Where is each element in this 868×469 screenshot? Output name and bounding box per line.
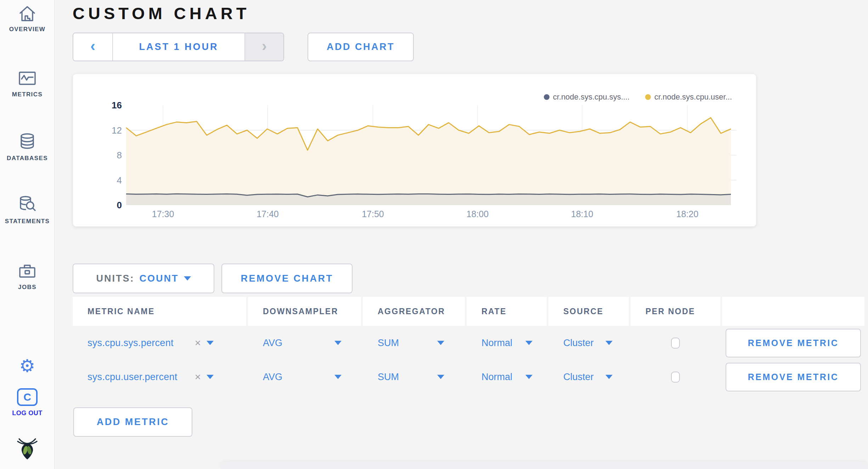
svg-text:17:30: 17:30 [152, 209, 174, 219]
downsampler-dropdown[interactable]: AVG [248, 360, 361, 394]
caret-down-icon [605, 375, 613, 379]
caret-down-icon [437, 375, 444, 379]
legend-dot-user-icon [645, 94, 651, 100]
caret-down-icon[interactable] [207, 375, 214, 379]
sidebar-label-statements: STATEMENTS [0, 218, 55, 225]
legend-dot-sys-icon [544, 94, 549, 100]
action-cell: REMOVE METRIC [722, 326, 864, 360]
svg-text:0: 0 [117, 200, 122, 210]
per-node-checkbox[interactable] [671, 338, 680, 349]
remove-metric-button[interactable]: REMOVE METRIC [726, 329, 861, 357]
metrics-graph-icon [17, 69, 37, 88]
source-value: Cluster [563, 338, 594, 349]
header-metric-name: METRIC NAME [73, 297, 246, 326]
header-downsampler: DOWNSAMPLER [248, 297, 361, 326]
metric-row-user: sys.cpu.user.percent × AVG SUM Normal Cl… [73, 360, 864, 394]
legend-item-sys[interactable]: cr.node.sys.cpu.sys.... [544, 92, 630, 102]
chevron-left-icon: ‹ [90, 39, 95, 55]
legend-label-sys: cr.node.sys.cpu.sys.... [553, 92, 630, 102]
metrics-table: METRIC NAME DOWNSAMPLER AGGREGATOR RATE … [73, 297, 864, 394]
chart-card: cr.node.sys.cpu.sys.... cr.node.sys.cpu.… [73, 74, 756, 227]
per-node-checkbox[interactable] [671, 372, 680, 383]
svg-text:18:20: 18:20 [676, 209, 699, 219]
metrics-table-header-row: METRIC NAME DOWNSAMPLER AGGREGATOR RATE … [73, 297, 864, 326]
sidebar-item-logout[interactable]: C LOG OUT [0, 388, 55, 417]
caret-down-icon [334, 341, 342, 345]
sidebar-label-metrics: METRICS [0, 91, 55, 98]
legend-label-user: cr.node.sys.cpu.user... [654, 92, 732, 102]
aggregator-dropdown[interactable]: SUM [363, 360, 465, 394]
svg-text:8: 8 [117, 150, 122, 160]
sidebar-item-jobs[interactable]: JOBS [0, 262, 55, 291]
caret-down-icon [525, 375, 532, 379]
metric-name-cell[interactable]: sys.cpu.user.percent × [73, 360, 246, 394]
time-range-prev-button[interactable]: ‹ [73, 33, 113, 61]
remove-metric-button[interactable]: REMOVE METRIC [726, 363, 861, 391]
header-per-node: PER NODE [631, 297, 720, 326]
sidebar-item-overview[interactable]: OVERVIEW [0, 5, 55, 33]
header-rate: RATE [467, 297, 547, 326]
time-range-value-button[interactable]: LAST 1 HOUR [113, 33, 244, 61]
aggregator-value: SUM [378, 338, 399, 349]
sidebar-item-metrics[interactable]: METRICS [0, 69, 55, 98]
next-card-edge [220, 462, 868, 469]
cockroach-bug-logo [0, 437, 55, 460]
aggregator-dropdown[interactable]: SUM [363, 326, 465, 360]
sidebar-label-jobs: JOBS [0, 284, 55, 291]
clear-metric-icon[interactable]: × [195, 337, 201, 349]
svg-text:17:40: 17:40 [257, 209, 279, 219]
downsampler-value: AVG [263, 338, 282, 349]
per-node-cell [631, 326, 720, 360]
source-dropdown[interactable]: Cluster [548, 326, 629, 360]
caret-down-icon [605, 341, 613, 345]
svg-text:12: 12 [112, 125, 122, 136]
logout-label: LOG OUT [0, 409, 55, 417]
units-value: COUNT [140, 273, 179, 284]
rate-value: Normal [481, 338, 512, 349]
downsampler-dropdown[interactable]: AVG [248, 326, 361, 360]
action-cell: REMOVE METRIC [722, 360, 864, 394]
custom-chart-page: OVERVIEW METRICS DATABASES [0, 0, 868, 469]
rate-dropdown[interactable]: Normal [467, 360, 547, 394]
metric-name-cell[interactable]: sys.cpu.sys.percent × [73, 326, 246, 360]
c-logo-letter: C [23, 391, 31, 403]
rate-value: Normal [481, 372, 512, 383]
caret-down-icon [184, 276, 191, 281]
source-value: Cluster [563, 372, 594, 383]
time-range-next-button[interactable]: › [244, 33, 283, 61]
sidebar-label-databases: DATABASES [0, 155, 55, 162]
legend-item-user[interactable]: cr.node.sys.cpu.user... [645, 92, 732, 102]
page-title: CUSTOM CHART [73, 4, 250, 23]
source-dropdown[interactable]: Cluster [548, 360, 629, 394]
metric-row-sys: sys.cpu.sys.percent × AVG SUM Normal Clu… [73, 326, 864, 360]
add-chart-button[interactable]: ADD CHART [308, 33, 414, 61]
per-node-cell [631, 360, 720, 394]
header-actions [722, 297, 864, 326]
header-source: SOURCE [548, 297, 629, 326]
cockroach-bug-icon [16, 437, 39, 460]
database-search-icon [17, 195, 38, 215]
gear-icon: ⚙ [0, 357, 55, 375]
caret-down-icon [525, 341, 532, 345]
caret-down-icon[interactable] [207, 341, 214, 345]
svg-text:18:10: 18:10 [571, 209, 593, 219]
sidebar-label-overview: OVERVIEW [0, 26, 55, 33]
time-range-selector: ‹ LAST 1 HOUR › [73, 33, 284, 61]
downsampler-value: AVG [263, 372, 282, 383]
units-dropdown[interactable]: UNITS: COUNT [73, 264, 214, 293]
rate-dropdown[interactable]: Normal [467, 326, 547, 360]
chart-legend: cr.node.sys.cpu.sys.... cr.node.sys.cpu.… [544, 92, 732, 102]
svg-text:18:00: 18:00 [466, 209, 489, 219]
sidebar-item-databases[interactable]: DATABASES [0, 132, 55, 162]
home-icon [18, 5, 37, 23]
add-metric-button[interactable]: ADD METRIC [73, 407, 192, 437]
caret-down-icon [437, 341, 444, 345]
clear-metric-icon[interactable]: × [195, 371, 201, 383]
settings-button[interactable]: ⚙ [0, 357, 55, 375]
remove-chart-button[interactable]: REMOVE CHART [221, 264, 353, 293]
metric-name-value: sys.cpu.user.percent [88, 372, 177, 383]
sidebar: OVERVIEW METRICS DATABASES [0, 0, 55, 469]
sidebar-item-statements[interactable]: STATEMENTS [0, 195, 55, 225]
cockroach-c-logo-icon: C [17, 388, 38, 406]
header-aggregator: AGGREGATOR [363, 297, 465, 326]
